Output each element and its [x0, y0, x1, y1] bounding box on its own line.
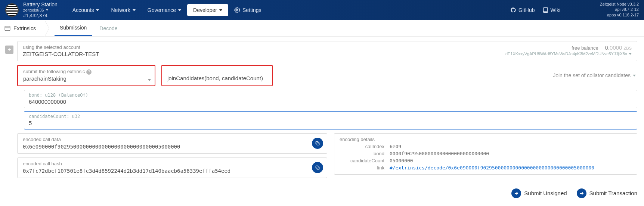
- pallet-dropdown[interactable]: submit the following extrinsic? parachai…: [17, 65, 155, 86]
- svg-point-0: [236, 9, 238, 11]
- help-icon[interactable]: ?: [86, 69, 92, 75]
- extrinsics-icon: [4, 25, 11, 32]
- chevron-down-icon: [219, 9, 222, 11]
- param-label: bond: u128 (BalanceOf): [29, 93, 632, 98]
- add-button[interactable]: +: [5, 46, 13, 54]
- tab-submission[interactable]: Submission: [55, 20, 92, 36]
- submit-transaction-button[interactable]: Submit Transaction: [577, 188, 637, 198]
- copy-button[interactable]: [312, 162, 323, 173]
- chevron-down-icon: [148, 79, 151, 81]
- encoded-call-data: encoded call data 0x6e090000f90295000000…: [17, 133, 327, 154]
- nav-governance[interactable]: Governance: [142, 3, 187, 17]
- chevron-down-icon: [133, 9, 136, 11]
- balance-amount: 0.0000 ZBS: [605, 44, 632, 51]
- book-icon: [542, 7, 548, 13]
- param-label: candidateCount: u32: [29, 114, 632, 119]
- balance-label: free balance: [572, 45, 598, 51]
- svg-rect-1: [5, 26, 10, 31]
- param-value: 5: [29, 120, 632, 126]
- arrow-right-icon: [579, 191, 584, 196]
- call-value: joinCandidates(bond, candidateCount): [167, 75, 267, 81]
- account-name: ZEITGEIST-COLLATOR-TEST: [23, 51, 99, 57]
- extrinsic-label: submit the following extrinsic: [23, 69, 85, 74]
- decode-link[interactable]: #/extrinsics/decode/0x6e090000f902950000…: [390, 165, 594, 171]
- chevron-down-icon: [629, 53, 632, 55]
- param-bond[interactable]: bond: u128 (BalanceOf) 640000000000: [24, 90, 637, 108]
- tab-decode[interactable]: Decode: [94, 21, 123, 36]
- call-dropdown[interactable]: joinCandidates(bond, candidateCount): [161, 65, 273, 86]
- chevron-down-icon: [96, 9, 99, 11]
- nav-network[interactable]: Network: [105, 3, 141, 17]
- nav-developer[interactable]: Developer: [187, 4, 228, 16]
- link-wiki[interactable]: Wiki: [542, 7, 560, 13]
- gear-icon: [234, 7, 240, 13]
- account-address[interactable]: dE1XKxxyVgAPU8WAd8YMsWsDJo4pK3M2zvMDUNve…: [505, 52, 632, 56]
- chevron-down-icon[interactable]: [633, 75, 636, 77]
- breadcrumb-separator: [45, 20, 52, 37]
- arrow-right-icon: [514, 191, 519, 196]
- account-selector[interactable]: using the selected account ZEITGEIST-COL…: [17, 41, 637, 61]
- link-github[interactable]: GitHub: [510, 7, 535, 13]
- chevron-down-icon: [178, 9, 181, 11]
- chain-selector[interactable]: Battery Station zeitgeist/36 #1,432,374: [23, 2, 58, 18]
- page-title: Extrinsics: [13, 25, 36, 31]
- block-number: #1,432,374: [23, 13, 58, 18]
- pallet-value: parachainStaking: [23, 75, 149, 82]
- param-candidate-count[interactable]: candidateCount: u32 5: [24, 111, 637, 129]
- copy-icon: [315, 165, 320, 170]
- nav-settings[interactable]: Settings: [228, 3, 267, 17]
- copy-icon: [315, 141, 320, 146]
- encoded-call-hash: encoded call hash 0x7fc72dbcf107501e8fc3…: [17, 157, 327, 178]
- chevron-down-icon: [46, 9, 49, 11]
- app-logo[interactable]: [5, 3, 19, 17]
- github-icon: [510, 7, 516, 13]
- nav-accounts[interactable]: Accounts: [66, 3, 105, 17]
- account-label: using the selected account: [23, 44, 99, 50]
- submit-unsigned-button[interactable]: Submit Unsigned: [511, 188, 567, 198]
- copy-button[interactable]: [312, 138, 323, 149]
- encoding-details: encoding details callIndex6e09 bond0000f…: [334, 133, 637, 175]
- version-info: Zeitgeist Node v0.3.2 api v8.7.2-12 apps…: [600, 1, 639, 18]
- param-value: 640000000000: [29, 99, 632, 105]
- call-doc: Join the set of collator candidates: [553, 65, 636, 86]
